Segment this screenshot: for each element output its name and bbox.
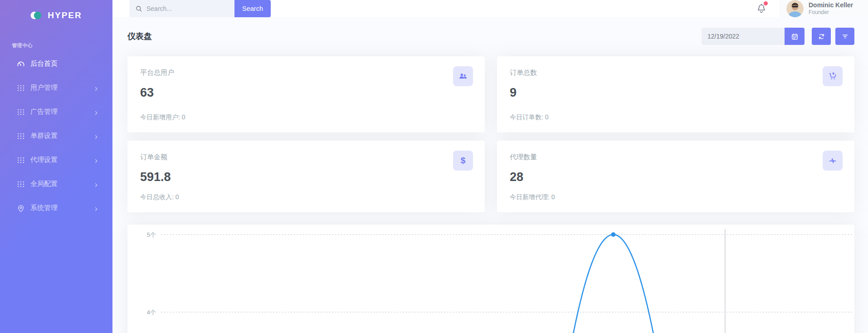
sidebar-item-users[interactable]: 用户管理 <box>0 76 112 100</box>
cart-plus-icon <box>823 66 843 86</box>
pulse-icon <box>823 151 843 171</box>
grid-dots-icon <box>16 156 25 165</box>
search-box <box>129 0 234 17</box>
filter-button[interactable] <box>835 28 854 45</box>
calendar-icon <box>791 33 799 40</box>
dashboard-line-chart[interactable]: 5个4个 <box>127 225 854 333</box>
stat-value: 591.8 <box>140 170 472 184</box>
refresh-icon <box>818 33 825 40</box>
sidebar-nav: 后台首页 用户管理 广告管理 单群设置 <box>0 52 112 220</box>
sidebar-item-label: 后台首页 <box>30 59 58 68</box>
stat-card-order-amount: 订单金额 591.8 今日总收入: 0 $ <box>127 141 485 212</box>
two-circles-logo-icon <box>30 10 44 20</box>
date-input[interactable] <box>702 28 785 45</box>
sidebar-item-system[interactable]: 系统管理 <box>0 196 112 220</box>
stat-label: 订单金额 <box>140 153 472 162</box>
users-icon <box>453 66 473 86</box>
sidebar: HYPER 管理中心 后台首页 用户管理 广告管理 <box>0 0 112 333</box>
stat-value: 63 <box>140 86 472 100</box>
dashboard-content: 仪表盘 <box>112 17 868 333</box>
brand-logo[interactable]: HYPER <box>0 0 112 30</box>
map-pin-icon <box>16 204 25 213</box>
stat-card-total-users: 平台总用户 63 今日新增用户: 0 <box>127 56 485 132</box>
sidebar-item-home[interactable]: 后台首页 <box>0 52 112 76</box>
chevron-right-icon <box>93 206 99 211</box>
refresh-button[interactable] <box>812 28 831 45</box>
svg-text:5个: 5个 <box>147 231 156 238</box>
chevron-right-icon <box>93 133 99 139</box>
gauge-icon <box>16 59 25 69</box>
search-button[interactable]: Search <box>234 0 271 17</box>
avatar <box>786 0 804 17</box>
user-profile-menu[interactable]: Dominic Keller Founder <box>780 0 868 17</box>
search-icon <box>135 5 142 12</box>
sidebar-item-ads[interactable]: 广告管理 <box>0 100 112 124</box>
sidebar-item-groups[interactable]: 单群设置 <box>0 124 112 148</box>
stat-label: 平台总用户 <box>140 69 472 77</box>
stat-footer: 今日新增代理: 0 <box>510 193 842 201</box>
sidebar-item-label: 单群设置 <box>30 132 58 140</box>
user-name: Dominic Keller <box>809 1 853 10</box>
stat-label: 代理数量 <box>510 153 842 162</box>
stat-value: 9 <box>510 86 842 100</box>
svg-text:4个: 4个 <box>147 309 156 316</box>
user-role: Founder <box>809 9 853 16</box>
sidebar-item-label: 全局配置 <box>30 180 58 188</box>
brand-name: HYPER <box>48 10 82 20</box>
grid-dots-icon <box>16 83 25 93</box>
stat-value: 28 <box>510 170 842 184</box>
sidebar-item-label: 用户管理 <box>30 83 58 92</box>
stat-card-agent-count: 代理数量 28 今日新增代理: 0 <box>497 141 854 212</box>
grid-dots-icon <box>16 108 25 117</box>
sidebar-item-agents[interactable]: 代理设置 <box>0 148 112 172</box>
sidebar-section-label: 管理中心 <box>0 30 112 52</box>
search-group: Search <box>129 0 271 17</box>
unread-notification-dot <box>764 1 768 5</box>
stat-footer: 今日新增用户: 0 <box>140 113 472 122</box>
chevron-right-icon <box>93 181 99 187</box>
calendar-button[interactable] <box>785 28 805 45</box>
topbar: Search Dominic Keller Founder <box>112 0 868 17</box>
stat-footer: 今日订单数: 0 <box>510 113 842 122</box>
chevron-right-icon <box>93 85 99 91</box>
grid-dots-icon <box>16 180 25 189</box>
page-title: 仪表盘 <box>127 31 152 42</box>
sidebar-item-label: 广告管理 <box>30 108 58 116</box>
sidebar-item-label: 代理设置 <box>30 156 58 164</box>
chevron-right-icon <box>93 157 99 163</box>
filter-icon <box>841 33 849 40</box>
dollar-icon: $ <box>453 151 473 171</box>
date-filter-toolbar <box>702 28 854 45</box>
sidebar-item-global-config[interactable]: 全局配置 <box>0 172 112 196</box>
sidebar-item-label: 系统管理 <box>30 204 58 212</box>
stat-footer: 今日总收入: 0 <box>140 193 472 201</box>
stat-label: 订单总数 <box>510 69 842 77</box>
search-input[interactable] <box>146 5 230 12</box>
grid-dots-icon <box>16 132 25 141</box>
stat-cards-grid: 平台总用户 63 今日新增用户: 0 订单总数 9 今日订单数: 0 订单金额 … <box>127 56 854 212</box>
notifications-button[interactable] <box>756 3 767 15</box>
stat-card-total-orders: 订单总数 9 今日订单数: 0 <box>497 56 854 132</box>
line-chart-canvas: 5个4个 <box>127 225 854 333</box>
chevron-right-icon <box>93 109 99 115</box>
